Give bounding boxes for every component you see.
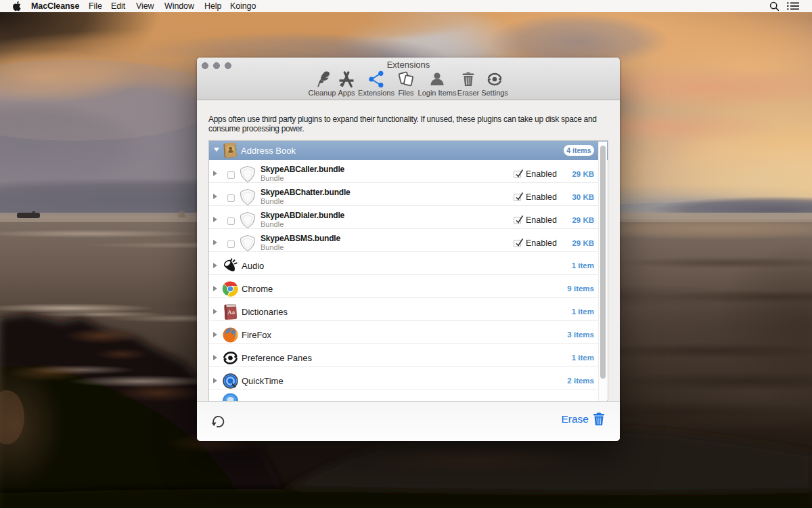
svg-text:Aa: Aa bbox=[227, 309, 235, 316]
